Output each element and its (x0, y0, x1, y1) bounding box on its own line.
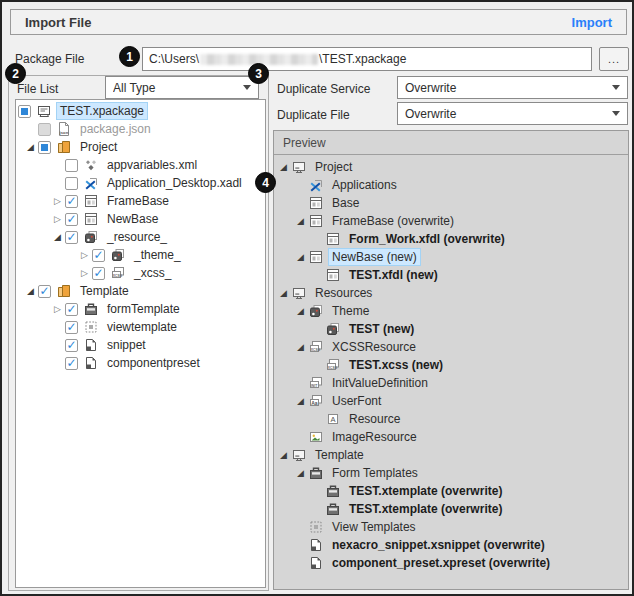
preview-header: Preview (274, 131, 628, 155)
import-file-dialog: Import File Import Package File 1 C:\Use… (0, 0, 634, 596)
preview-tree-item[interactable]: ◢Theme (274, 302, 628, 320)
expander-icon[interactable]: ◢ (50, 232, 65, 242)
preview-tree-item[interactable]: ◢Resources (274, 284, 628, 302)
expander-icon[interactable]: ◢ (276, 288, 291, 298)
duplicate-service-dropdown-value: Overwrite (405, 81, 608, 95)
preview-tree-item[interactable]: XCSSTEST.xcss (new) (274, 356, 628, 374)
expander-icon[interactable]: ◢ (293, 468, 308, 478)
file-type-dropdown-value: All Type (113, 81, 239, 95)
tree-item-label: Form Templates (328, 464, 422, 482)
svg-text:XCSS: XCSS (328, 366, 338, 370)
file-tree-item[interactable]: Application_Desktop.xadl (16, 174, 265, 192)
file-tree-item[interactable]: ▷_theme_ (16, 246, 265, 264)
expander-icon[interactable]: ▷ (50, 214, 65, 224)
checkbox[interactable] (18, 105, 31, 118)
preview-tree-item[interactable]: ◢FrameBase (overwrite) (274, 212, 628, 230)
duplicate-service-dropdown[interactable]: Overwrite (397, 76, 628, 99)
tree-item-label: XCSSResource (328, 338, 420, 356)
checkbox[interactable] (38, 285, 51, 298)
preview-tree-item[interactable]: AResource (274, 410, 628, 428)
preview-tree-item[interactable]: ImageResource (274, 428, 628, 446)
preview-tree-item[interactable]: View Templates (274, 518, 628, 536)
file-tree-item[interactable]: ▷formTemplate (16, 300, 265, 318)
preview-tree-item[interactable]: ◢XCSSXCSSResource (274, 338, 628, 356)
preview-tree-item[interactable]: ◢Project (274, 158, 628, 176)
preview-tree-item[interactable]: TEST.xfdl (new) (274, 266, 628, 284)
checkbox[interactable] (65, 303, 78, 316)
file-tree-item[interactable]: ▷XCSS_xcss_ (16, 264, 265, 282)
file-list-label: File List (17, 82, 58, 96)
expander-icon[interactable]: ▷ (50, 304, 65, 314)
preview-tree-item[interactable]: TEST.xtemplate (overwrite) (274, 482, 628, 500)
file-tree-item[interactable]: componentpreset (16, 354, 265, 372)
checkbox[interactable] (65, 195, 78, 208)
checkbox[interactable] (65, 231, 78, 244)
tree-item-label: FrameBase (overwrite) (328, 212, 458, 230)
checkbox[interactable] (92, 249, 105, 262)
tree-item-label: UserFont (328, 392, 385, 410)
expander-icon[interactable]: ◢ (23, 286, 38, 296)
file-tree-item[interactable]: TEST.xpackage (16, 102, 265, 120)
preview-tree-item[interactable]: Form_Work.xfdl (overwrite) (274, 230, 628, 248)
package-file-input[interactable]: C:\Users\\TEST.xpackage (142, 47, 592, 71)
monitor-icon (291, 285, 307, 301)
expander-icon[interactable]: ◢ (293, 252, 308, 262)
file-tree-item[interactable]: ▷NewBase (16, 210, 265, 228)
checkbox[interactable] (65, 339, 78, 352)
file-type-dropdown[interactable]: All Type (105, 76, 259, 99)
tree-item-label: Form_Work.xfdl (overwrite) (345, 230, 509, 248)
checkbox[interactable] (65, 213, 78, 226)
preview-tree-item[interactable]: Applications (274, 176, 628, 194)
expander-icon[interactable]: ◢ (276, 162, 291, 172)
preview-tree-item[interactable]: INITInitValueDefinition (274, 374, 628, 392)
preview-tree-item[interactable]: TEST (new) (274, 320, 628, 338)
file-tree-item[interactable]: ◢_resource_ (16, 228, 265, 246)
file-tree-item[interactable]: viewtemplate (16, 318, 265, 336)
formtemplate-icon (308, 465, 324, 481)
framebase-icon (325, 231, 341, 247)
checkbox[interactable] (92, 267, 105, 280)
import-button[interactable]: Import (572, 15, 612, 30)
file-tree-item[interactable]: appvariables.xml (16, 156, 265, 174)
preview-tree-item[interactable]: ◢Template (274, 446, 628, 464)
expander-icon[interactable]: ◢ (293, 216, 308, 226)
preview-tree-item[interactable]: nexacro_snippet.xsnippet (overwrite) (274, 536, 628, 554)
expander-icon[interactable]: ◢ (293, 342, 308, 352)
checkbox[interactable] (65, 321, 78, 334)
preview-tree-item[interactable]: Base (274, 194, 628, 212)
file-tree-item[interactable]: jsonpackage.json (16, 120, 265, 138)
file-tree-item[interactable]: ◢Project (16, 138, 265, 156)
preview-tree-item[interactable]: ◢Form Templates (274, 464, 628, 482)
checkbox[interactable] (65, 357, 78, 370)
expander-icon[interactable]: ▷ (77, 250, 92, 260)
expander-icon[interactable]: ▷ (50, 196, 65, 206)
expander-icon[interactable]: ◢ (276, 450, 291, 460)
dialog-title: Import File (25, 15, 91, 30)
file-tree-item[interactable]: ▷FrameBase (16, 192, 265, 210)
expander-icon[interactable]: ◢ (293, 396, 308, 406)
duplicate-file-dropdown[interactable]: Overwrite (397, 102, 628, 125)
expander-icon[interactable]: ◢ (293, 306, 308, 316)
preview-tree-item[interactable]: TEST.xtemplate (overwrite) (274, 500, 628, 518)
tree-item-label: Template (76, 282, 133, 300)
browse-button[interactable]: ... (599, 47, 629, 71)
tree-item-label: Theme (328, 302, 373, 320)
preview-tree-item[interactable]: component_preset.xpreset (overwrite) (274, 554, 628, 572)
snippet-icon (83, 355, 99, 371)
preview-tree-item[interactable]: ◢AaUserFont (274, 392, 628, 410)
userfont-icon: Aa (308, 393, 324, 409)
checkbox[interactable] (65, 177, 78, 190)
checkbox (38, 123, 51, 136)
preview-tree: ◢ProjectApplicationsBase◢FrameBase (over… (274, 155, 628, 589)
checkbox[interactable] (38, 141, 51, 154)
expander-icon[interactable]: ◢ (23, 142, 38, 152)
xadl-icon (308, 177, 324, 193)
file-tree-item[interactable]: snippet (16, 336, 265, 354)
expander-icon[interactable]: ▷ (77, 268, 92, 278)
chevron-down-icon (612, 85, 620, 90)
checkbox[interactable] (65, 159, 78, 172)
file-tree-item[interactable]: ◢Template (16, 282, 265, 300)
preview-tree-item[interactable]: ◢NewBase (new) (274, 248, 628, 266)
tree-item-label: View Templates (328, 518, 420, 536)
theme-icon (110, 247, 126, 263)
